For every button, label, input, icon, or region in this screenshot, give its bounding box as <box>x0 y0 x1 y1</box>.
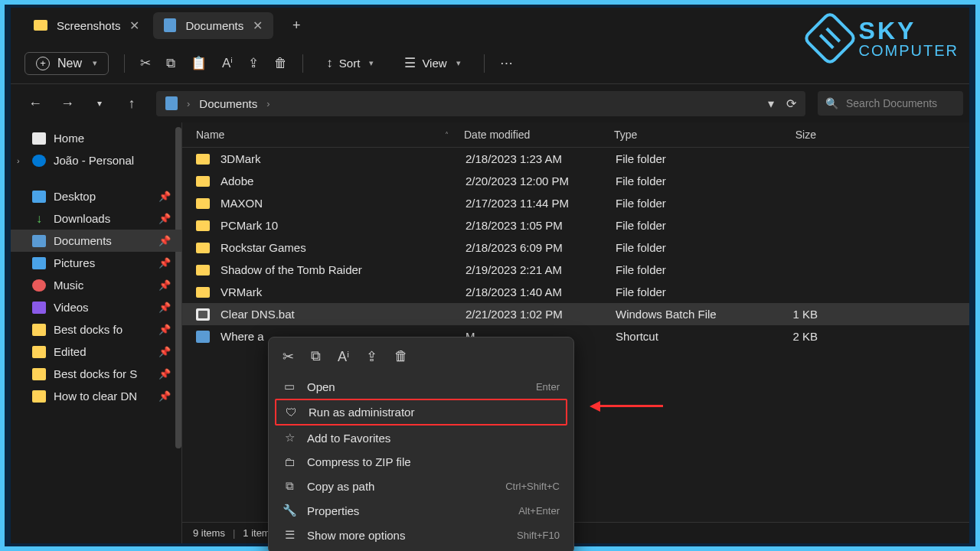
up-button[interactable]: ↑ <box>119 91 144 116</box>
new-tab-button[interactable]: + <box>286 15 307 36</box>
tab-label: Screenshots <box>57 19 120 32</box>
file-type: File folder <box>616 285 741 298</box>
file-row[interactable]: Adobe2/20/2023 12:00 PMFile folder <box>182 170 969 192</box>
file-row[interactable]: PCMark 102/18/2023 1:05 PMFile folder <box>182 214 969 236</box>
file-row[interactable]: 3DMark2/18/2023 1:23 AMFile folder <box>182 148 969 170</box>
sidebar-item-music[interactable]: Music📌 <box>11 274 181 296</box>
new-label: New <box>57 57 82 70</box>
copy-icon[interactable]: ⧉ <box>166 56 175 71</box>
context-item-label: Run as administrator <box>309 406 414 419</box>
column-name[interactable]: Name˄ <box>196 129 464 141</box>
paste-icon[interactable]: 📋 <box>191 55 207 71</box>
column-size[interactable]: Size <box>740 129 816 141</box>
folder-icon <box>196 154 210 165</box>
sidebar-item-pictures[interactable]: Pictures📌 <box>11 252 181 274</box>
sidebar-item-label: Downloads <box>54 212 110 225</box>
sidebar-item-onedrive[interactable]: › João - Personal <box>11 149 181 171</box>
logo-mark-icon <box>802 10 858 67</box>
column-date[interactable]: Date modified <box>464 129 614 141</box>
context-item-icon: ☰ <box>283 528 296 542</box>
context-item-add-to-favorites[interactable]: ☆Add to Favorites <box>275 425 567 450</box>
annotation-arrow <box>590 402 663 411</box>
tab-screenshots[interactable]: Screenshots ✕ <box>23 12 150 39</box>
breadcrumb-current[interactable]: Documents <box>199 97 257 110</box>
shortcut-icon <box>196 331 210 343</box>
file-row[interactable]: Shadow of the Tomb Raider2/19/2023 2:21 … <box>182 259 969 281</box>
close-icon[interactable]: ✕ <box>253 18 263 33</box>
sidebar-item-documents[interactable]: Documents📌 <box>11 230 181 252</box>
context-item-shortcut: Alt+Enter <box>518 505 560 517</box>
sidebar-item-label: How to clear DN <box>54 390 137 403</box>
delete-icon[interactable]: 🗑 <box>394 348 408 365</box>
share-icon[interactable]: ⇪ <box>248 55 259 71</box>
tab-documents[interactable]: Documents ✕ <box>153 12 273 39</box>
rename-icon[interactable]: Aⁱ <box>222 55 233 71</box>
file-date: 2/18/2023 6:09 PM <box>466 241 616 254</box>
file-date: 2/18/2023 1:40 AM <box>466 285 616 298</box>
sidebar-item-videos[interactable]: Videos📌 <box>11 296 181 318</box>
cut-icon[interactable]: ✂ <box>283 348 294 365</box>
address-bar[interactable]: › Documents › ▾ ⟳ <box>156 91 805 116</box>
sort-asc-icon: ˄ <box>445 131 449 139</box>
cut-icon[interactable]: ✂ <box>140 55 151 71</box>
file-date: 2/19/2023 2:21 AM <box>466 263 616 276</box>
refresh-icon[interactable]: ⟳ <box>786 96 796 111</box>
sidebar-item-label: João - Personal <box>54 154 134 167</box>
context-item-properties[interactable]: 🔧PropertiesAlt+Enter <box>275 498 567 523</box>
context-item-shortcut: Enter <box>536 381 560 393</box>
context-item-icon: ▭ <box>283 380 296 393</box>
file-name: VRMark <box>220 285 466 298</box>
context-item-open[interactable]: ▭OpenEnter <box>275 374 567 399</box>
forward-button[interactable]: → <box>55 91 80 116</box>
file-type: File folder <box>616 152 741 165</box>
context-item-label: Compress to ZIP file <box>307 455 411 468</box>
history-dropdown[interactable]: ▾ <box>87 91 112 116</box>
search-input[interactable]: 🔍 Search Documents <box>818 91 963 116</box>
folder-icon <box>32 390 46 403</box>
more-icon[interactable]: ⋯ <box>500 55 513 71</box>
delete-icon[interactable]: 🗑 <box>274 56 287 71</box>
back-button[interactable]: ← <box>23 91 47 116</box>
chevron-down-icon[interactable]: ▾ <box>768 96 774 111</box>
sidebar-item-downloads[interactable]: ↓Downloads📌 <box>11 207 181 230</box>
column-type[interactable]: Type <box>614 129 740 141</box>
file-date: 2/17/2023 11:44 PM <box>466 197 616 210</box>
context-item-compress-to-zip-file[interactable]: 🗀Compress to ZIP file <box>275 450 567 474</box>
sidebar-item-label: Best docks for S <box>54 367 137 380</box>
sidebar-item-folder[interactable]: Best docks for S📌 <box>11 363 181 385</box>
context-item-copy-as-path[interactable]: ⧉Copy as pathCtrl+Shift+C <box>275 474 567 498</box>
documents-icon <box>165 96 178 110</box>
folder-icon <box>196 220 210 231</box>
close-icon[interactable]: ✕ <box>129 18 139 33</box>
music-icon <box>32 279 46 292</box>
new-button[interactable]: + New ▾ <box>24 52 109 75</box>
context-item-show-more-options[interactable]: ☰Show more optionsShift+F10 <box>275 523 567 547</box>
share-icon[interactable]: ⇪ <box>366 348 377 365</box>
tab-label: Documents <box>185 19 243 32</box>
sidebar-item-label: Home <box>54 132 84 145</box>
sort-button[interactable]: ↕ Sort ▾ <box>318 51 381 76</box>
file-type: File folder <box>616 174 741 187</box>
file-row[interactable]: VRMark2/18/2023 1:40 AMFile folder <box>182 281 969 303</box>
sidebar-item-label: Desktop <box>54 190 96 203</box>
pin-icon: 📌 <box>158 390 171 402</box>
pin-icon: 📌 <box>158 235 171 246</box>
logo-line2: COMPUTER <box>859 43 959 58</box>
pin-icon: 📌 <box>158 302 171 313</box>
sidebar-item-folder[interactable]: Edited📌 <box>11 341 181 363</box>
sidebar-item-folder[interactable]: Best docks fo📌 <box>11 318 181 341</box>
file-row[interactable]: MAXON2/17/2023 11:44 PMFile folder <box>182 192 969 214</box>
file-row[interactable]: Rockstar Games2/18/2023 6:09 PMFile fold… <box>182 236 969 259</box>
chevron-right-icon[interactable]: › <box>17 156 20 165</box>
context-item-run-as-administrator[interactable]: 🛡Run as administrator <box>275 399 567 425</box>
copy-icon[interactable]: ⧉ <box>311 348 321 365</box>
file-row[interactable]: Clear DNS.bat2/21/2023 1:02 PMWindows Ba… <box>182 303 969 325</box>
sidebar-item-desktop[interactable]: Desktop📌 <box>11 185 181 207</box>
file-name: 3DMark <box>220 152 466 165</box>
sidebar-item-folder[interactable]: How to clear DN📌 <box>11 385 181 407</box>
plus-circle-icon: + <box>36 57 50 70</box>
sidebar-item-home[interactable]: Home <box>11 127 181 149</box>
view-button[interactable]: ☰ View ▾ <box>397 51 468 76</box>
context-item-label: Add to Favorites <box>307 432 390 445</box>
rename-icon[interactable]: Aⁱ <box>338 348 349 365</box>
